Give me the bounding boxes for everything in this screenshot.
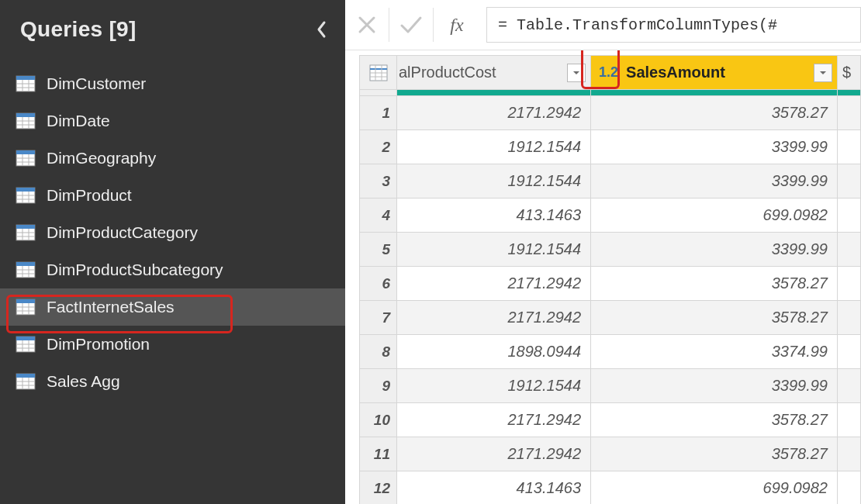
row-number[interactable]: 2: [360, 130, 397, 164]
cell-sales[interactable]: 3374.99: [591, 335, 838, 369]
fx-label[interactable]: fx: [434, 0, 480, 50]
row-number[interactable]: 12: [360, 471, 397, 505]
cell-cost[interactable]: 2171.2942: [397, 301, 591, 335]
cell-extra[interactable]: [837, 403, 860, 437]
query-item[interactable]: DimDate: [0, 102, 345, 140]
cell-extra[interactable]: [837, 369, 860, 403]
query-item-label: FactInternetSales: [47, 298, 175, 316]
cell-sales[interactable]: 699.0982: [591, 198, 838, 233]
queries-header: Queries [9]: [0, 0, 345, 62]
cell-cost[interactable]: 1912.1544: [397, 164, 591, 198]
row-number[interactable]: 7: [360, 301, 397, 335]
datatype-decimal-icon[interactable]: 1.2: [593, 64, 623, 81]
query-item[interactable]: Sales Agg: [0, 363, 345, 400]
row-number[interactable]: 11: [360, 437, 397, 471]
query-item[interactable]: DimProduct: [0, 177, 345, 214]
table-icon: [16, 150, 36, 167]
table-icon: [16, 224, 36, 241]
table-row[interactable]: 12171.29423578.27: [360, 96, 861, 130]
row-number[interactable]: 3: [360, 164, 397, 198]
cell-cost[interactable]: 413.1463: [397, 471, 591, 505]
cell-sales[interactable]: 3399.99: [591, 164, 838, 198]
cell-cost[interactable]: 1898.0944: [397, 335, 591, 369]
query-item[interactable]: FactInternetSales: [0, 288, 345, 326]
column-header-extra[interactable]: $: [837, 56, 860, 90]
query-item[interactable]: DimProductCategory: [0, 214, 345, 251]
select-all-corner[interactable]: [360, 56, 397, 90]
row-number[interactable]: 6: [360, 267, 397, 301]
row-number[interactable]: 8: [360, 335, 397, 369]
cell-sales[interactable]: 3399.99: [591, 369, 838, 403]
row-number[interactable]: 4: [360, 198, 397, 233]
cell-sales[interactable]: 3399.99: [591, 130, 838, 164]
confirm-formula-button[interactable]: [389, 0, 433, 50]
row-number[interactable]: 10: [360, 403, 397, 437]
table-row[interactable]: 62171.29423578.27: [360, 267, 861, 301]
cell-cost[interactable]: 2171.2942: [397, 403, 591, 437]
cell-extra[interactable]: [837, 471, 860, 505]
row-number[interactable]: 1: [360, 96, 397, 130]
table-row[interactable]: 112171.29423578.27: [360, 437, 861, 471]
column-label-sales: SalesAmount: [626, 64, 811, 81]
table-icon: [16, 75, 36, 92]
table-icon: [16, 336, 36, 353]
cell-extra[interactable]: [837, 267, 860, 301]
cell-cost[interactable]: 2171.2942: [397, 437, 591, 471]
cell-cost[interactable]: 1912.1544: [397, 233, 591, 267]
cell-extra[interactable]: [837, 335, 860, 369]
table-row[interactable]: 102171.29423578.27: [360, 403, 861, 437]
filter-dropdown-icon[interactable]: [814, 64, 832, 82]
svg-rect-13: [16, 150, 35, 154]
svg-rect-49: [16, 374, 35, 378]
query-item[interactable]: DimProductSubcategory: [0, 251, 345, 288]
column-quality-bar: [360, 90, 861, 96]
table-row[interactable]: 31912.15443399.99: [360, 164, 861, 198]
cell-extra[interactable]: [837, 164, 860, 198]
cell-cost[interactable]: 413.1463: [397, 198, 591, 233]
collapse-panel-icon[interactable]: [316, 20, 328, 39]
table-row[interactable]: 51912.15443399.99: [360, 233, 861, 267]
cell-cost[interactable]: 1912.1544: [397, 369, 591, 403]
query-item[interactable]: DimPromotion: [0, 326, 345, 363]
column-header-sales[interactable]: 1.2 SalesAmount: [591, 56, 838, 90]
table-row[interactable]: 72171.29423578.27: [360, 301, 861, 335]
table-row[interactable]: 21912.15443399.99: [360, 130, 861, 164]
filter-dropdown-icon[interactable]: [567, 64, 586, 82]
table-row[interactable]: 81898.09443374.99: [360, 335, 861, 369]
query-item[interactable]: DimGeography: [0, 140, 345, 177]
cancel-formula-button[interactable]: [345, 0, 389, 50]
cell-extra[interactable]: [837, 96, 860, 130]
cell-sales[interactable]: 3578.27: [591, 96, 838, 130]
query-item-label: DimCustomer: [47, 74, 146, 93]
row-number[interactable]: 9: [360, 369, 397, 403]
cell-sales[interactable]: 3578.27: [591, 301, 838, 335]
cell-sales[interactable]: 3578.27: [591, 403, 838, 437]
data-grid: alProductCost 1.2 SalesAmount: [359, 55, 861, 504]
editor-pane: fx = Table.TransformColumnTypes(#: [345, 0, 861, 504]
cell-extra[interactable]: [837, 233, 860, 267]
cell-sales[interactable]: 3578.27: [591, 267, 838, 301]
query-item-label: DimProduct: [47, 186, 132, 205]
formula-input[interactable]: = Table.TransformColumnTypes(#: [486, 7, 861, 43]
cell-sales[interactable]: 3399.99: [591, 233, 838, 267]
formula-text: = Table.TransformColumnTypes(#: [498, 16, 777, 34]
cell-cost[interactable]: 2171.2942: [397, 267, 591, 301]
cell-extra[interactable]: [837, 130, 860, 164]
queries-sidebar: Queries [9] DimCustomerDimDateDimGeograp…: [0, 0, 345, 504]
cell-cost[interactable]: 2171.2942: [397, 96, 591, 130]
cell-cost[interactable]: 1912.1544: [397, 130, 591, 164]
cell-extra[interactable]: [837, 198, 860, 233]
row-number[interactable]: 5: [360, 233, 397, 267]
query-item-label: DimProductSubcategory: [47, 261, 223, 279]
queries-title: Queries [9]: [20, 17, 137, 42]
cell-extra[interactable]: [837, 301, 860, 335]
cell-extra[interactable]: [837, 437, 860, 471]
column-header-cost[interactable]: alProductCost: [397, 56, 591, 90]
cell-sales[interactable]: 3578.27: [591, 437, 838, 471]
table-row[interactable]: 91912.15443399.99: [360, 369, 861, 403]
table-row[interactable]: 4413.1463699.0982: [360, 198, 861, 233]
cell-sales[interactable]: 699.0982: [591, 471, 838, 505]
svg-rect-31: [16, 262, 35, 266]
query-item[interactable]: DimCustomer: [0, 65, 345, 102]
table-row[interactable]: 12413.1463699.0982: [360, 471, 861, 505]
